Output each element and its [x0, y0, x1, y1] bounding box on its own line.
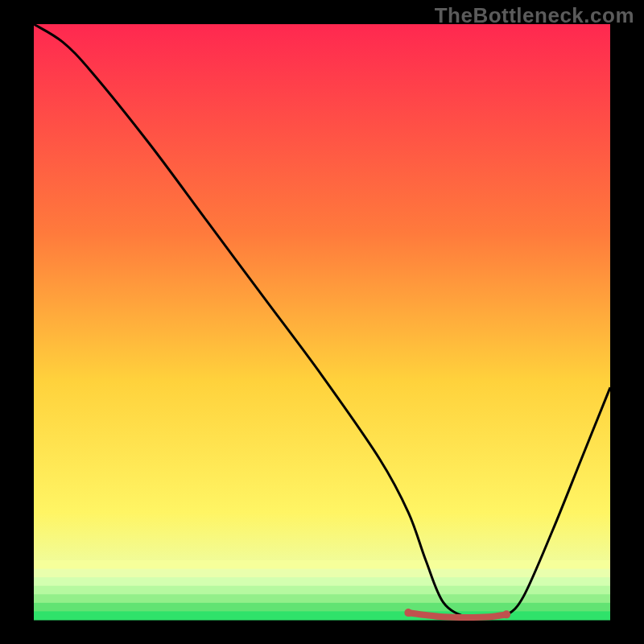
bottom-bands — [34, 560, 610, 621]
segment-endpoint-right — [502, 610, 510, 618]
chart-frame: TheBottleneck.com — [0, 0, 644, 644]
svg-rect-6 — [34, 611, 610, 620]
segment-endpoint-left — [404, 609, 412, 617]
gradient-background — [34, 24, 610, 620]
svg-rect-2 — [34, 577, 610, 586]
watermark-text: TheBottleneck.com — [435, 3, 634, 28]
svg-rect-0 — [34, 560, 610, 569]
svg-rect-5 — [34, 603, 610, 612]
svg-rect-1 — [34, 569, 610, 578]
svg-rect-3 — [34, 586, 610, 595]
bottleneck-chart — [0, 0, 644, 644]
